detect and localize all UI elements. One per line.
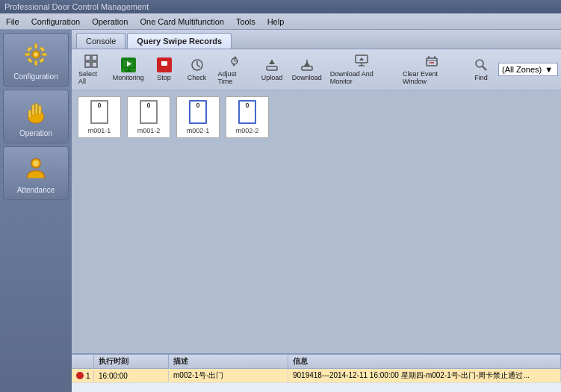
dropdown-arrow-icon: ▼ xyxy=(545,65,553,74)
svg-marker-46 xyxy=(359,57,364,60)
sidebar-operation-label: Operation xyxy=(19,129,52,137)
door-count-m001-2: 0 xyxy=(146,102,150,109)
log-num-value: 1 xyxy=(86,372,90,380)
download-icon xyxy=(300,57,314,72)
svg-rect-12 xyxy=(32,105,35,115)
log-cell-desc: m002-1号-出门 xyxy=(169,369,288,382)
log-cell-num: 1 xyxy=(72,370,94,382)
svg-rect-47 xyxy=(427,58,437,66)
tab-bar: Console Query Swipe Records xyxy=(72,30,561,49)
door-indicator-m001-2: 0 xyxy=(140,100,158,124)
stop-button[interactable]: Stop xyxy=(149,55,180,84)
find-button[interactable]: Find xyxy=(465,55,497,84)
svg-rect-20 xyxy=(85,62,90,67)
download-monitor-icon xyxy=(354,54,369,69)
door-panel-m001-2[interactable]: 0 m001-2 xyxy=(127,96,170,138)
menu-bar: File Configuration Operation One Card Mu… xyxy=(0,13,561,30)
gear-icon xyxy=(21,40,51,69)
check-icon xyxy=(190,57,205,72)
door-indicator-m002-2: 0 xyxy=(238,100,256,124)
svg-rect-15 xyxy=(28,110,31,118)
svg-line-53 xyxy=(483,66,486,70)
upload-icon xyxy=(264,57,279,72)
log-header-time: 执行时刻 xyxy=(94,355,169,368)
svg-rect-3 xyxy=(25,53,30,56)
hand-icon xyxy=(21,96,51,126)
log-row[interactable]: 1 16:00:00 m002-1号-出门 9019418---2014-12-… xyxy=(72,369,561,383)
svg-rect-40 xyxy=(302,66,312,70)
clear-event-label: Clear Event Window xyxy=(403,70,460,85)
door-count-m002-1: 0 xyxy=(196,102,199,109)
menu-file[interactable]: File xyxy=(3,16,22,28)
door-label-m002-2: m002-2 xyxy=(236,127,259,134)
zones-dropdown[interactable]: (All Zones) ▼ xyxy=(498,63,558,76)
find-icon xyxy=(474,57,489,72)
log-header-num xyxy=(72,355,94,368)
sidebar-item-attendance[interactable]: Attendance xyxy=(3,146,69,200)
download-monitor-button[interactable]: Download And Monitor xyxy=(326,52,397,87)
toolbar: Select All Monitoring xyxy=(72,49,561,90)
svg-rect-28 xyxy=(161,61,167,66)
clear-event-button[interactable]: Clear Event Window xyxy=(399,52,464,87)
door-panel-m002-1[interactable]: 0 m002-1 xyxy=(176,96,220,138)
select-all-button[interactable]: Select All xyxy=(75,52,108,87)
error-dot-icon xyxy=(76,372,84,379)
svg-line-31 xyxy=(197,65,200,67)
sidebar: Configuration Operation xyxy=(0,30,72,392)
check-button[interactable]: Check xyxy=(182,55,213,84)
monitoring-icon xyxy=(121,57,136,72)
svg-rect-6 xyxy=(40,46,45,52)
sidebar-item-configuration[interactable]: Configuration xyxy=(3,33,69,87)
find-label: Find xyxy=(474,74,488,81)
svg-rect-13 xyxy=(35,103,38,113)
log-header-info: 信息 xyxy=(288,355,561,368)
door-panel-m001-1[interactable]: 0 m001-1 xyxy=(78,96,121,138)
upload-label: Upload xyxy=(261,74,283,81)
svg-rect-14 xyxy=(39,105,42,114)
main-layout: Configuration Operation xyxy=(0,30,561,392)
svg-rect-7 xyxy=(28,57,33,63)
monitoring-label: Monitoring xyxy=(113,74,144,81)
svg-rect-19 xyxy=(92,55,97,60)
door-count-m001-1: 0 xyxy=(97,102,101,109)
svg-rect-37 xyxy=(267,66,277,70)
door-panels-area: 0 m001-1 0 m001-2 0 m002-1 0 m xyxy=(72,90,561,353)
svg-rect-4 xyxy=(42,53,46,56)
log-cell-info: 9019418---2014-12-11 16:00:00 星期四-m002-1… xyxy=(288,369,561,382)
menu-configuration[interactable]: Configuration xyxy=(28,16,83,28)
select-all-label: Select All xyxy=(78,70,105,85)
tab-query-swipe-records[interactable]: Query Swipe Records xyxy=(127,33,232,49)
monitoring-button[interactable]: Monitoring xyxy=(110,55,147,84)
svg-rect-21 xyxy=(92,62,97,67)
upload-button[interactable]: Upload xyxy=(256,55,288,84)
zones-label: (All Zones) xyxy=(502,65,542,74)
log-header: 执行时刻 描述 信息 xyxy=(72,355,561,369)
svg-rect-8 xyxy=(39,57,44,63)
download-monitor-label: Download And Monitor xyxy=(330,70,394,85)
adjust-time-button[interactable]: Adjust Time xyxy=(214,52,255,87)
door-panel-m002-2[interactable]: 0 m002-2 xyxy=(226,96,269,138)
clear-event-icon xyxy=(424,54,439,69)
check-label: Check xyxy=(187,74,207,81)
log-cell-time: 16:00:00 xyxy=(94,370,169,382)
sidebar-item-operation[interactable]: Operation xyxy=(3,90,69,143)
svg-point-10 xyxy=(34,52,37,56)
door-count-m002-2: 0 xyxy=(245,102,249,109)
menu-help[interactable]: Help xyxy=(264,16,288,28)
svg-rect-5 xyxy=(27,46,32,52)
svg-rect-1 xyxy=(34,43,37,48)
download-label: Download xyxy=(292,74,322,81)
stop-label: Stop xyxy=(157,74,171,81)
stop-icon xyxy=(157,57,172,72)
menu-operation[interactable]: Operation xyxy=(89,16,131,28)
door-label-m001-2: m001-2 xyxy=(137,127,161,134)
download-button[interactable]: Download xyxy=(289,55,325,84)
menu-one-card[interactable]: One Card Multifunction xyxy=(137,16,227,28)
adjust-time-icon xyxy=(227,54,242,69)
log-header-desc: 描述 xyxy=(169,355,288,368)
menu-tools[interactable]: Tools xyxy=(233,16,258,28)
svg-rect-18 xyxy=(85,55,90,60)
adjust-time-label: Adjust Time xyxy=(218,70,251,85)
tab-console[interactable]: Console xyxy=(76,33,125,49)
log-area: 执行时刻 描述 信息 1 16:00:00 m002-1号-出门 9019418… xyxy=(72,353,561,392)
